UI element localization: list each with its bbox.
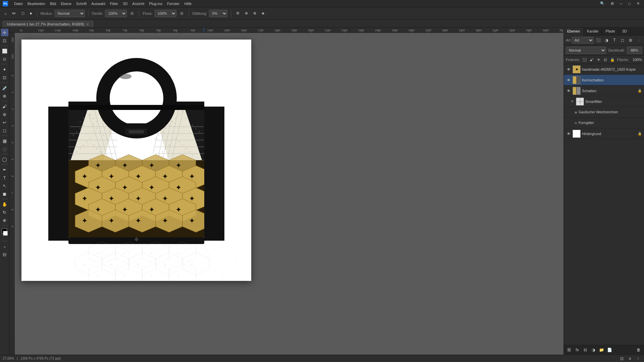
deck-select[interactable]: 100% xyxy=(105,10,127,17)
angle-btn[interactable]: ⊕ xyxy=(243,10,250,16)
delete-layer-btn[interactable]: 🗑 xyxy=(635,347,642,353)
background-color[interactable] xyxy=(3,231,8,236)
eyedropper-tool[interactable]: 💉 xyxy=(1,84,8,92)
screen-mode-tool[interactable]: ⊟ xyxy=(1,251,8,258)
lock-position-btn[interactable]: ✛ xyxy=(596,57,601,63)
lock-all-btn[interactable]: 🔒 xyxy=(610,57,615,63)
quick-select-tool[interactable]: ✦ xyxy=(1,66,8,73)
menu-schrift[interactable]: Schrift xyxy=(76,2,87,6)
text-tool[interactable]: T xyxy=(1,174,8,181)
filter-toggle-btn[interactable]: ○ xyxy=(635,37,642,44)
layer-handmade[interactable]: 👁 ✦ handmade-4926872_1920 Kopie xyxy=(564,64,644,75)
menu-hilfe[interactable]: Hilfe xyxy=(184,2,192,6)
menu-auswahl[interactable]: Auswahl xyxy=(91,2,105,6)
menu-ebene[interactable]: Ebene xyxy=(61,2,71,6)
eraser-tool[interactable]: ◻ xyxy=(1,127,8,134)
menu-ansicht[interactable]: Ansicht xyxy=(132,2,144,6)
flow-btn[interactable]: ◎ xyxy=(178,10,185,16)
properties-btn[interactable]: ≡ xyxy=(627,355,633,362)
menu-plugins[interactable]: Plug-ins xyxy=(149,2,162,6)
layer-lock-schatten[interactable]: 🔒 xyxy=(637,88,642,93)
lasso-tool[interactable]: ⊙ xyxy=(1,55,8,63)
stamp-tool[interactable]: ⊛ xyxy=(1,111,8,118)
layer-vis-schatten[interactable]: 👁 xyxy=(566,88,571,94)
layer-smartfilter[interactable]: ▼ Smartfilter xyxy=(564,96,644,107)
symmetry-btn[interactable]: ⊗ xyxy=(252,10,258,16)
selection-tool[interactable]: ⬜ xyxy=(1,47,8,55)
arrange-btn[interactable]: ⊞ xyxy=(609,0,615,7)
layer-formgitter[interactable]: ⊞ Formgitter xyxy=(564,118,644,128)
filter-smart-btn[interactable]: ⊞ xyxy=(627,37,634,44)
filter-text-btn[interactable]: T xyxy=(611,37,618,44)
select-path-tool[interactable]: ↖ xyxy=(1,182,8,189)
zoom-tool[interactable]: ⊕ xyxy=(1,217,8,224)
shape-tool[interactable]: ◼ xyxy=(1,190,8,197)
quick-mask-tool[interactable]: ⬦ xyxy=(1,243,8,250)
rotate-view-tool[interactable]: ↻ xyxy=(1,208,8,216)
timeline-btn[interactable]: ⊡ xyxy=(619,355,625,362)
menu-bearbeiten[interactable]: Bearbeiten xyxy=(28,2,45,6)
brush-tool-option[interactable]: ✏ xyxy=(10,10,18,17)
minimize-btn[interactable]: ─ xyxy=(618,0,624,7)
blend-mode-select[interactable]: Normal Multiplizieren Bildschirm xyxy=(566,47,606,54)
artboard-tool[interactable]: ⊡ xyxy=(1,37,8,44)
extra-btn[interactable]: ◈ xyxy=(260,10,266,16)
layer-vis-handmade[interactable]: 👁 xyxy=(566,67,571,72)
document-tab[interactable]: Unbenannt-1 bei 27,7% (Kernschatten, RGB… xyxy=(3,21,93,27)
layer-schatten[interactable]: 👁 Schatten 🔒 xyxy=(564,85,644,96)
filter-shape-btn[interactable]: ◻ xyxy=(619,37,626,44)
menu-filter[interactable]: Filter xyxy=(110,2,118,6)
mode-select[interactable]: Normal xyxy=(55,10,85,17)
history-brush-tool[interactable]: ↩ xyxy=(1,119,8,126)
settings-btn[interactable]: ⚙ xyxy=(234,10,241,16)
cc-share-btn[interactable]: ↑ xyxy=(635,355,641,362)
crop-tool[interactable]: ⊡ xyxy=(1,74,8,81)
opacity-input[interactable] xyxy=(627,47,642,54)
layer-hintergrund[interactable]: 👁 Hintergrund 🔒 xyxy=(564,128,644,139)
airbrush-btn[interactable]: ◎ xyxy=(129,10,136,16)
gradient-tool[interactable]: ▦ xyxy=(1,137,8,144)
add-style-btn[interactable]: fx xyxy=(574,347,581,353)
tab-close-btn[interactable]: ✕ xyxy=(86,22,89,26)
hand-tool[interactable]: ✋ xyxy=(1,200,8,208)
layer-vis-kernschatten[interactable]: 👁 xyxy=(566,77,571,83)
link-layers-btn[interactable]: ⛓ xyxy=(566,347,573,353)
tool-option-2[interactable]: ◻ xyxy=(20,10,26,16)
tab-kanaele[interactable]: Kanäle xyxy=(584,27,602,35)
close-btn[interactable]: ✕ xyxy=(635,0,641,7)
lock-pixels-btn[interactable]: 🖌 xyxy=(589,57,594,63)
pen-tool[interactable]: ✒ xyxy=(1,166,8,173)
spot-heal-tool[interactable]: ⊕ xyxy=(1,92,8,100)
new-group-btn[interactable]: 📁 xyxy=(598,347,605,353)
menu-bild[interactable]: Bild xyxy=(50,2,56,6)
layer-kernschatten[interactable]: 👁 Kernschatten xyxy=(564,75,644,85)
canvas-area[interactable]: ✦ ✦ ✦ ✦ ✦ xyxy=(15,33,564,355)
menu-fenster[interactable]: Fenster xyxy=(167,2,179,6)
maximize-btn[interactable]: □ xyxy=(627,0,632,7)
brush-tool[interactable]: 🖌 xyxy=(1,103,8,110)
menu-datei[interactable]: Datei xyxy=(14,2,23,6)
tool-option-3[interactable]: ■ xyxy=(28,10,34,16)
tab-pfade[interactable]: Pfade xyxy=(602,27,619,35)
tab-ebenen[interactable]: Ebenen xyxy=(564,27,584,36)
menu-3d[interactable]: 3D xyxy=(123,2,127,6)
home-btn[interactable]: ⌂ xyxy=(3,10,8,16)
flow-select[interactable]: 100% xyxy=(155,10,176,17)
blur-tool[interactable]: ◌ xyxy=(1,145,8,153)
filter-adjust-btn[interactable]: ◑ xyxy=(603,37,610,44)
new-layer-btn[interactable]: 📄 xyxy=(606,347,613,353)
lock-transparent-btn[interactable]: ⬛ xyxy=(582,57,587,63)
filter-type-select[interactable]: Art Name Effekt xyxy=(572,37,594,44)
layer-gauss[interactable]: ◉ Gaußscher Weichzeichner xyxy=(564,107,644,118)
search-btn[interactable]: 🔍 xyxy=(598,0,606,7)
new-fill-btn[interactable]: ◑ xyxy=(590,347,597,353)
lock-artboard-btn[interactable]: ⊡ xyxy=(603,57,608,63)
layer-vis-hintergrund[interactable]: 👁 xyxy=(566,131,571,136)
filter-pixel-btn[interactable]: ⬛ xyxy=(595,37,602,44)
tab-3d[interactable]: 3D xyxy=(619,27,631,35)
add-mask-btn[interactable]: ⊟ xyxy=(582,347,589,353)
move-tool[interactable]: ✛ xyxy=(1,29,8,36)
smooth-select[interactable]: 0% xyxy=(209,10,227,17)
dodge-tool[interactable]: ◯ xyxy=(1,156,8,163)
layer-lock-hintergrund[interactable]: 🔒 xyxy=(637,131,642,136)
